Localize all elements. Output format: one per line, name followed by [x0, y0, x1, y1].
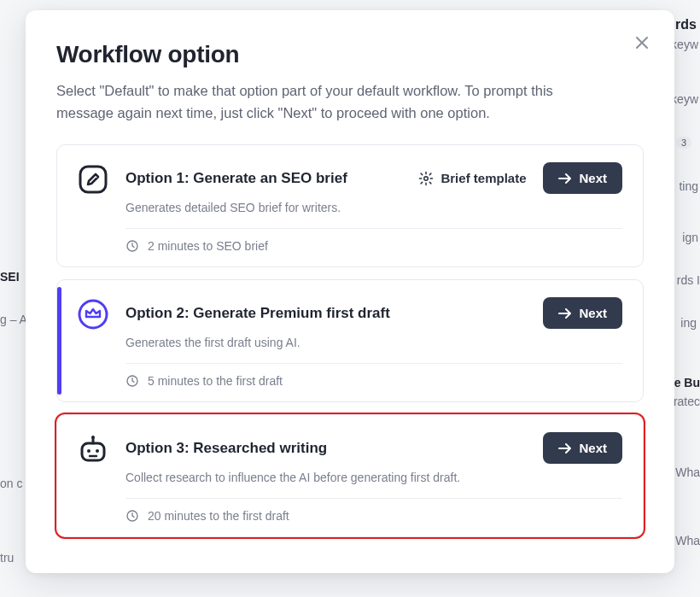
brief-template-button[interactable]: Brief template [413, 170, 531, 187]
option-1-title: Option 1: Generate an SEO brief [125, 170, 347, 187]
arrow-right-icon [558, 308, 572, 319]
next-button-option-3[interactable]: Next [543, 432, 622, 464]
clock-icon [125, 239, 139, 253]
gear-icon [418, 171, 434, 186]
brief-template-label: Brief template [440, 171, 526, 185]
svg-point-8 [91, 436, 95, 439]
svg-point-7 [96, 449, 99, 453]
next-button-option-2[interactable]: Next [543, 297, 622, 329]
crown-icon [76, 297, 110, 331]
option-2-title: Option 2: Generate Premium first draft [125, 305, 390, 322]
svg-point-3 [79, 301, 107, 328]
close-button[interactable] [628, 29, 656, 56]
modal-overlay: Workflow option Select "Default" to make… [0, 0, 700, 597]
option-1-subtitle: Generates detailed SEO brief for writers… [125, 201, 622, 214]
close-icon [636, 37, 648, 49]
option-1-eta: 2 minutes to SEO brief [125, 239, 622, 253]
svg-rect-5 [82, 443, 104, 460]
option-card-seo-brief[interactable]: Option 1: Generate an SEO brief Brief [56, 144, 644, 267]
svg-point-6 [87, 449, 90, 453]
workflow-option-modal: Workflow option Select "Default" to make… [26, 10, 674, 573]
option-card-researched-writing[interactable]: Option 3: Researched writing Next Collec… [56, 414, 644, 537]
arrow-right-icon [558, 443, 572, 454]
svg-rect-0 [80, 167, 106, 192]
option-3-subtitle: Collect research to influence the AI bef… [125, 471, 622, 484]
clock-icon [125, 509, 139, 523]
option-3-eta: 20 minutes to the first draft [125, 509, 622, 523]
robot-icon [76, 432, 110, 466]
option-3-title: Option 3: Researched writing [125, 440, 327, 457]
pencil-square-icon [76, 162, 110, 196]
clock-icon [125, 374, 139, 388]
arrow-right-icon [558, 173, 572, 184]
option-2-subtitle: Generates the first draft using AI. [125, 336, 622, 349]
next-button-option-1[interactable]: Next [543, 162, 622, 194]
modal-title: Workflow option [56, 41, 644, 68]
option-card-premium-draft[interactable]: Option 2: Generate Premium first draft N… [56, 279, 644, 402]
svg-point-1 [424, 176, 429, 180]
modal-description: Select "Default" to make that option par… [56, 80, 603, 124]
option-2-eta: 5 minutes to the first draft [125, 374, 622, 388]
